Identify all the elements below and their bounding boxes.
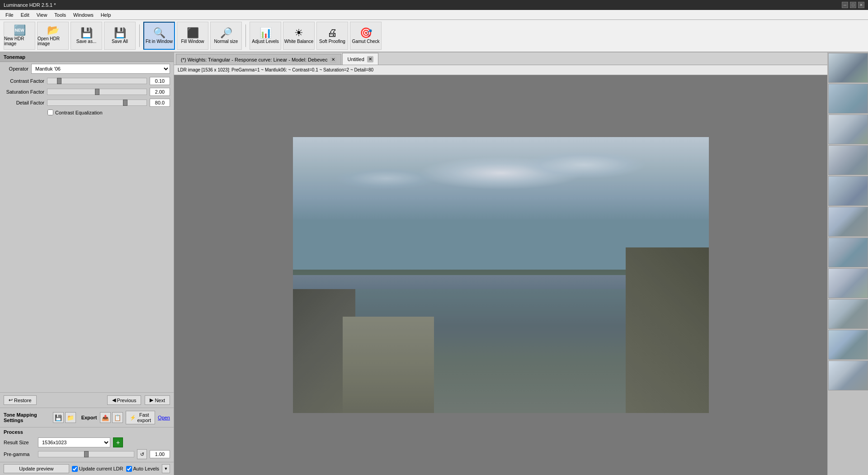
auto-levels-row: Auto Levels [126,466,159,472]
contrast-equalization-checkbox[interactable] [47,109,53,115]
title-bar-controls: ─ □ ✕ [842,2,864,8]
white-balance-button[interactable]: ☀ White Balance [283,22,315,50]
menu-windows[interactable]: Windows [70,11,97,19]
toolbar: 🆕 New HDR image 📂 Open HDR image 💾 Save … [0,20,868,52]
contrast-factor-row: Contrast Factor 0.10 [0,76,174,86]
info-bar: LDR image [1536 x 1023]: PreGamma=1 ~ Ma… [174,65,827,75]
adjust-levels-button[interactable]: 📊 Adjust Levels [250,22,281,50]
maximize-button[interactable]: □ [850,2,856,8]
open-link[interactable]: Open [158,415,170,420]
save-as-button[interactable]: 💾 Save as... [71,22,102,50]
open-hdr-icon: 📂 [47,25,59,35]
contrast-factor-slider[interactable] [47,78,147,84]
update-ldr-label: Update current LDR [79,466,123,471]
pre-gamma-slider[interactable] [38,451,134,457]
thumbnail-10[interactable] [828,330,868,360]
menu-bar: File Edit View Tools Windows Help [0,10,868,20]
minimize-button[interactable]: ─ [842,2,848,8]
pre-gamma-value[interactable]: 1.00 [150,450,170,458]
menu-edit[interactable]: Edit [17,11,33,19]
close-button[interactable]: ✕ [858,2,864,8]
auto-levels-label: Auto Levels [133,466,159,471]
gamut-check-button[interactable]: 🎯 Gamut Check [350,22,382,50]
thumbnail-5[interactable] [828,176,868,206]
pre-gamma-reset-button[interactable]: ↺ [137,449,147,459]
restore-button[interactable]: ↩ Restore [4,395,37,405]
detail-factor-row: Detail Factor 80.0 [0,97,174,108]
thumbnail-image-7 [829,238,868,267]
auto-levels-dropdown-button[interactable]: ▼ [162,464,170,473]
thumbnail-6[interactable] [828,207,868,237]
export-icon-button-1[interactable]: 📤 [100,412,111,423]
right-thumbnail-panel [827,52,868,475]
white-balance-icon: ☀ [294,28,303,38]
operator-select[interactable]: Mantluk '06 Fattal '02 Drago '03 Pattana… [31,64,170,74]
hdr-image-canvas [293,137,709,413]
load-settings-button[interactable]: 📁 [65,412,76,423]
tonemap-header: Tonemap [0,52,174,62]
tone-settings-icons: 💾 📁 [53,412,76,423]
fill-window-button[interactable]: ⬛ Fill Window [177,22,208,50]
thumbnail-1[interactable] [828,53,868,83]
image-area[interactable] [174,75,827,475]
menu-file[interactable]: File [2,11,17,19]
saturation-factor-row: Saturation Factor 2.00 [0,86,174,97]
menu-tools[interactable]: Tools [51,11,70,19]
thumbnail-4[interactable] [828,145,868,175]
thumbnail-3[interactable] [828,114,868,144]
detail-factor-slider[interactable] [47,100,147,106]
contrast-factor-value[interactable]: 0.10 [150,77,170,85]
new-hdr-icon: 🆕 [14,25,26,35]
update-ldr-checkbox[interactable] [72,466,78,472]
normal-size-button[interactable]: 🔎 Normal size [210,22,242,50]
update-bar: Update preview Update current LDR Auto L… [0,462,174,475]
contrast-equalization-label: Contrast Equalization [55,110,103,115]
thumbnail-image-2 [829,84,868,113]
previous-label: Previous [117,398,137,403]
weights-tab[interactable]: (*) Weights: Triangular - Response curve… [176,54,341,65]
untitled-tab-close[interactable]: ✕ [367,56,373,62]
fast-export-button[interactable]: ⚡ Fast export [126,411,156,424]
menu-view[interactable]: View [33,11,51,19]
add-result-size-button[interactable]: + [113,437,123,447]
auto-levels-checkbox[interactable] [126,466,132,472]
toolbar-separator-2 [245,24,246,47]
export-icon-button-2[interactable]: 📋 [112,412,123,423]
open-hdr-button[interactable]: 📂 Open HDR image [37,22,69,50]
menu-help[interactable]: Help [97,11,115,19]
toolbar-separator-1 [139,24,140,47]
previous-button[interactable]: ◀ Previous [107,395,142,405]
fit-in-window-button[interactable]: 🔍 Fit in Window [143,22,175,50]
weights-tab-close[interactable]: ✕ [330,57,336,63]
result-size-row: Result Size 1536x1023 1920x1280 800x533 … [4,437,170,448]
soft-proofing-button[interactable]: 🖨 Soft Proofing [316,22,348,50]
tonemap-label: Tonemap [4,54,25,60]
save-all-label: Save All [112,39,128,44]
thumbnail-2[interactable] [828,84,868,114]
update-preview-label: Update preview [19,466,53,471]
normal-size-icon: 🔎 [220,28,232,38]
result-size-select[interactable]: 1536x1023 1920x1280 800x533 [38,437,110,447]
thumbnail-8[interactable] [828,268,868,298]
thumbnail-7[interactable] [828,238,868,267]
soft-proofing-label: Soft Proofing [319,39,345,44]
restore-prev-next-bar: ↩ Restore ◀ Previous ▶ Next [0,393,174,408]
fit-in-window-icon: 🔍 [153,28,165,38]
thumbnail-9[interactable] [828,299,868,329]
detail-factor-value[interactable]: 80.0 [150,99,170,107]
thumbnail-image-6 [829,207,868,236]
untitled-tab[interactable]: Untitled ✕ [342,53,378,65]
save-all-button[interactable]: 💾 Save All [104,22,136,50]
saturation-factor-value[interactable]: 2.00 [150,88,170,96]
save-settings-button[interactable]: 💾 [53,412,64,423]
contrast-equalization-row: Contrast Equalization [0,108,174,117]
next-label: Next [155,398,165,403]
next-button[interactable]: ▶ Next [145,395,170,405]
thumbnail-11[interactable] [828,361,868,390]
panel-spacer [0,117,174,392]
untitled-tab-label: Untitled [347,57,364,62]
update-preview-button[interactable]: Update preview [4,464,69,473]
saturation-factor-slider[interactable] [47,89,147,95]
result-size-label: Result Size [4,440,35,445]
new-hdr-button[interactable]: 🆕 New HDR image [4,22,35,50]
